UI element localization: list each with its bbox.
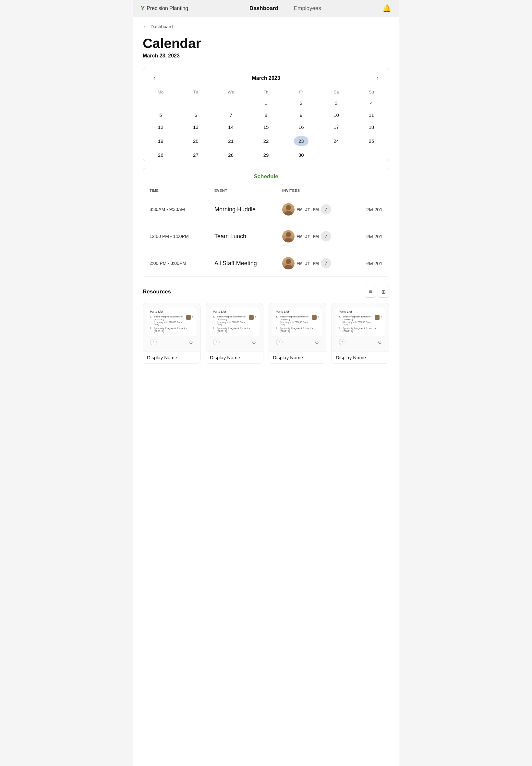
- calendar-day-cell[interactable]: 2: [284, 97, 319, 109]
- list-view-button[interactable]: ≡: [365, 286, 376, 298]
- page-title: Calendar: [143, 36, 389, 51]
- resource-list-item: 1. Seed Fragment Extractor (720185) (Use…: [276, 315, 319, 325]
- share-icon[interactable]: ⊙: [378, 339, 382, 345]
- resource-card[interactable]: Parts List 1. Seed Fragment Extractor (7…: [332, 303, 389, 364]
- invitee-label: JT: [305, 207, 310, 212]
- resource-card[interactable]: Parts List 1. Seed Fragment Extractor (7…: [206, 303, 263, 364]
- back-label: Dashboard: [151, 24, 173, 29]
- next-month-button[interactable]: ›: [374, 73, 381, 83]
- calendar-day-cell[interactable]: 25: [354, 133, 389, 149]
- calendar-day-cell[interactable]: 18: [354, 121, 389, 133]
- resource-card-title: Parts List: [276, 310, 319, 313]
- calendar-day-cell[interactable]: 12: [143, 121, 178, 133]
- calendar-day-cell[interactable]: 7: [213, 109, 248, 121]
- calendar-day-cell[interactable]: 4: [354, 97, 389, 109]
- resource-card-footer: ⌃ ⊙: [147, 337, 196, 347]
- schedule-rows: 8:30AM - 9:30AMMorning HuddleFMJTFM7RM 2…: [143, 196, 389, 276]
- calendar-day-cell[interactable]: 16: [284, 121, 319, 133]
- schedule-section: Schedule TIME EVENT INVITEES 8:30AM - 9:…: [143, 168, 389, 277]
- item-name: Seed Fragment Extractor (720185): [154, 315, 185, 321]
- calendar-day-cell[interactable]: 5: [143, 109, 178, 121]
- expand-icon[interactable]: ⌃: [339, 339, 345, 345]
- calendar-day-cell[interactable]: 17: [319, 121, 354, 133]
- calendar-day-cell[interactable]: 19: [143, 133, 178, 149]
- event-invitees: FMJTFM7: [282, 230, 350, 242]
- schedule-title: Schedule: [143, 168, 389, 185]
- calendar-days-row: MoTuWeThFrSaSu: [143, 87, 389, 97]
- share-icon[interactable]: ⊙: [315, 339, 319, 345]
- expand-icon[interactable]: ⌃: [213, 339, 220, 345]
- calendar-day-cell[interactable]: 1: [248, 97, 284, 109]
- calendar-day-cell[interactable]: 3: [319, 97, 354, 109]
- item-sub: (Use only with 720003 Corn Disk): [154, 321, 185, 325]
- calendar-day-header: Su: [354, 87, 389, 97]
- back-nav[interactable]: ← Dashboard: [143, 24, 389, 30]
- calendar-body: 1234567891011121314151617181920212223242…: [143, 97, 389, 161]
- calendar-day-cell[interactable]: 23: [284, 133, 319, 149]
- expand-icon[interactable]: ⌃: [150, 339, 157, 345]
- avatar: [282, 230, 295, 242]
- calendar-day-cell[interactable]: 24: [319, 133, 354, 149]
- invitee-label: FM: [296, 207, 303, 212]
- item-count: 1: [255, 315, 256, 318]
- calendar-day-cell[interactable]: 28: [213, 149, 248, 161]
- calendar-day-header: Sa: [319, 87, 354, 97]
- invitee-label: FM: [313, 234, 319, 239]
- calendar-day-cell[interactable]: 26: [143, 149, 178, 161]
- calendar-day-cell[interactable]: 10: [319, 109, 354, 121]
- grid-view-button[interactable]: ⊞: [378, 286, 389, 298]
- calendar-day-cell[interactable]: 20: [178, 133, 213, 149]
- prev-month-button[interactable]: ‹: [151, 73, 158, 83]
- schedule-row: 2:00 PM - 3:00PMAll Staff MeetingFMJTFM7…: [143, 250, 389, 276]
- resource-card[interactable]: Parts List 1. Seed Fragment Extractor (7…: [143, 303, 200, 364]
- item-number: 1.: [276, 315, 278, 318]
- calendar-day-cell[interactable]: 8: [248, 109, 284, 121]
- invitee-count-badge: 7: [321, 258, 331, 268]
- event-name: Team Lunch: [214, 233, 282, 240]
- resources-header: Resources ≡ ⊞: [143, 286, 389, 298]
- nav-dashboard[interactable]: Dashboard: [247, 4, 281, 13]
- calendar-day-cell[interactable]: 6: [178, 109, 213, 121]
- resource-card-title: Parts List: [150, 310, 193, 313]
- event-time: 12:00 PM - 1:00PM: [150, 234, 214, 239]
- calendar-day-cell[interactable]: 13: [178, 121, 213, 133]
- calendar-day-cell[interactable]: 27: [178, 149, 213, 161]
- calendar-day-header: Mo: [143, 87, 178, 97]
- resource-card-content: Parts List 1. Seed Fragment Extractor (7…: [269, 303, 326, 351]
- calendar-day-cell: [319, 149, 354, 161]
- resource-display-name: Display Name: [206, 351, 263, 363]
- item-sub: (Use only with 720003 Corn Disk): [217, 321, 248, 325]
- calendar-day-cell[interactable]: 9: [284, 109, 319, 121]
- calendar-day-header: Tu: [178, 87, 213, 97]
- calendar-day-cell[interactable]: 21: [213, 133, 248, 149]
- main-nav: Dashboard Employees: [247, 4, 324, 13]
- logo-text: Precision Planting: [147, 6, 188, 11]
- event-room: RM 201: [350, 234, 382, 239]
- notification-bell-icon[interactable]: 🔔: [382, 4, 391, 13]
- resource-card-footer: ⌃ ⊙: [336, 337, 385, 347]
- calendar-day-cell[interactable]: 14: [213, 121, 248, 133]
- item-count: 1: [192, 315, 193, 318]
- resource-card-footer: ⌃ ⊙: [273, 337, 322, 347]
- resource-card-title: Parts List: [339, 310, 382, 313]
- calendar-day-cell[interactable]: 11: [354, 109, 389, 121]
- resource-card-inner: Parts List 1. Seed Fragment Extractor (7…: [273, 307, 322, 337]
- invitee-label: JT: [305, 234, 310, 239]
- resource-card[interactable]: Parts List 1. Seed Fragment Extractor (7…: [269, 303, 326, 364]
- share-icon[interactable]: ⊙: [189, 339, 193, 345]
- expand-icon[interactable]: ⌃: [276, 339, 283, 345]
- invitee-count-badge: 7: [321, 204, 331, 214]
- calendar-day-cell[interactable]: 15: [248, 121, 284, 133]
- calendar-day-cell[interactable]: 30: [284, 149, 319, 161]
- item-number: 1.: [339, 315, 341, 318]
- app-header: Y Precision Planting Dashboard Employees…: [133, 0, 399, 17]
- calendar-day-cell: [213, 97, 248, 109]
- resource-card-content: Parts List 1. Seed Fragment Extractor (7…: [332, 303, 389, 351]
- calendar-day-cell[interactable]: 29: [248, 149, 284, 161]
- calendar-day-cell[interactable]: 22: [248, 133, 284, 149]
- nav-employees[interactable]: Employees: [291, 4, 324, 13]
- calendar-day-header: Fr: [284, 87, 319, 97]
- avatar: [282, 203, 295, 215]
- share-icon[interactable]: ⊙: [252, 339, 256, 345]
- calendar-day-header: Th: [248, 87, 284, 97]
